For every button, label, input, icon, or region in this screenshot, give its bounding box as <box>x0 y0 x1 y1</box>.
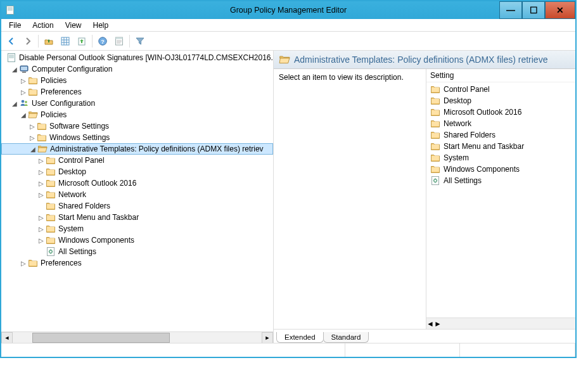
setting-label: All Settings <box>444 176 482 185</box>
scroll-left-button[interactable]: ◄ <box>426 319 434 328</box>
tree-cc-policies[interactable]: ▷ Policies <box>1 75 273 86</box>
setting-item[interactable]: System <box>426 152 575 164</box>
expand-icon[interactable]: ▷ <box>28 134 37 141</box>
setting-label: Network <box>444 119 471 128</box>
toolbar-separator <box>38 35 39 48</box>
folder-open-icon <box>279 54 290 65</box>
setting-item[interactable]: Shared Folders <box>426 129 575 141</box>
setting-item[interactable]: Microsoft Outlook 2016 <box>426 106 575 118</box>
setting-item[interactable]: Desktop <box>426 95 575 106</box>
back-button[interactable] <box>4 34 19 49</box>
export-button[interactable] <box>74 34 89 49</box>
scroll-track[interactable] <box>13 333 262 343</box>
tree-cc-prefs[interactable]: ▷ Preferences <box>1 86 273 98</box>
tree-item-label: Network <box>58 190 86 199</box>
forward-button[interactable] <box>20 34 35 49</box>
filter-button[interactable] <box>132 34 148 49</box>
show-hide-tree-button[interactable] <box>58 34 73 49</box>
expand-icon[interactable]: ▷ <box>37 169 46 176</box>
scroll-thumb[interactable] <box>32 333 169 343</box>
folder-icon <box>37 132 47 143</box>
tree-item[interactable]: ▷Microsoft Outlook 2016 <box>1 177 273 189</box>
tree-item[interactable]: ▷Network <box>1 189 273 200</box>
collapse-icon[interactable]: ◢ <box>10 100 19 107</box>
expand-icon[interactable]: ▷ <box>37 237 46 244</box>
setting-item[interactable]: Start Menu and Taskbar <box>426 141 575 152</box>
expand-icon[interactable]: ▷ <box>37 226 46 233</box>
expand-icon[interactable]: ▷ <box>19 77 28 84</box>
menu-file[interactable]: File <box>4 20 26 31</box>
settings-hscrollbar[interactable]: ◄ ► <box>426 317 575 329</box>
setting-item[interactable]: Control Panel <box>426 84 575 95</box>
status-cell <box>460 343 575 357</box>
expand-icon[interactable]: ▷ <box>28 123 37 130</box>
statusbar <box>1 343 575 357</box>
expand-icon[interactable]: ▷ <box>19 260 28 267</box>
tree-uc-policies[interactable]: ◢ Policies <box>1 109 273 120</box>
folder-open-icon <box>37 144 48 154</box>
tree-root[interactable]: ▷ Disable Personal Outlook Signatures [W… <box>1 52 273 63</box>
tree-item[interactable]: ▷Windows Components <box>1 234 273 246</box>
settings-list[interactable]: Control PanelDesktopMicrosoft Outlook 20… <box>426 82 575 317</box>
folder-icon <box>430 96 440 106</box>
settings-column-header[interactable]: Setting <box>426 69 575 82</box>
toolbar <box>1 32 575 51</box>
tree-item[interactable]: ▷System <box>1 223 273 234</box>
collapse-icon[interactable]: ◢ <box>19 112 28 119</box>
menu-help[interactable]: Help <box>88 20 114 31</box>
settings-icon <box>430 176 440 186</box>
toolbar-separator <box>129 35 130 48</box>
tree-uc-software[interactable]: ▷ Software Settings <box>1 120 273 132</box>
tree-uc-prefs[interactable]: ▷ Preferences <box>1 257 273 269</box>
tree-item[interactable]: ▷Control Panel <box>1 155 273 166</box>
tree-item[interactable]: ▷Start Menu and Taskbar <box>1 212 273 223</box>
setting-item[interactable]: All Settings <box>426 175 575 186</box>
tree-item-label: Microsoft Outlook 2016 <box>58 179 136 188</box>
policy-tree[interactable]: ▷ Disable Personal Outlook Signatures [W… <box>1 51 273 331</box>
scroll-left-button[interactable]: ◄ <box>1 332 13 343</box>
scroll-right-button[interactable]: ► <box>434 319 442 328</box>
tree-uc-admin-templates[interactable]: ◢ Administrative Templates: Policy defin… <box>1 143 273 155</box>
setting-label: Start Menu and Taskbar <box>444 142 524 151</box>
folder-icon <box>46 212 56 222</box>
tree-user-config[interactable]: ◢ User Configuration <box>1 98 273 109</box>
expand-icon[interactable]: ▷ <box>37 157 46 164</box>
tree-uc-windows[interactable]: ▷ Windows Settings <box>1 132 273 143</box>
folder-icon <box>430 130 440 140</box>
folder-open-icon <box>28 110 38 120</box>
properties-button[interactable] <box>112 34 127 49</box>
expand-icon[interactable]: ▷ <box>37 191 46 198</box>
menu-view[interactable]: View <box>60 20 87 31</box>
titlebar[interactable]: Group Policy Management Editor — ☐ ✕ <box>1 1 575 19</box>
scroll-right-button[interactable]: ► <box>262 332 273 343</box>
help-button[interactable] <box>95 34 110 49</box>
setting-label: Microsoft Outlook 2016 <box>444 108 521 117</box>
tree-computer-config[interactable]: ◢ Computer Configuration <box>1 63 273 75</box>
tab-extended[interactable]: Extended <box>276 332 324 343</box>
setting-label: Desktop <box>444 96 471 105</box>
setting-label: Control Panel <box>444 85 490 94</box>
tree-item-label: Shared Folders <box>58 202 110 210</box>
setting-item[interactable]: Network <box>426 118 575 129</box>
tree-item[interactable]: ▷Shared Folders <box>1 200 273 212</box>
folder-icon <box>28 87 38 97</box>
setting-item[interactable]: Windows Components <box>426 164 575 175</box>
up-button[interactable] <box>41 34 56 49</box>
expand-icon[interactable]: ▷ <box>19 89 28 96</box>
collapse-icon[interactable]: ◢ <box>10 66 19 73</box>
tree-item[interactable]: ▷All Settings <box>1 246 273 257</box>
app-window: Group Policy Management Editor — ☐ ✕ Fil… <box>0 0 577 358</box>
description-column: Select an item to view its description. <box>274 69 426 329</box>
tree-item[interactable]: ▷Desktop <box>1 166 273 177</box>
menu-action[interactable]: Action <box>27 20 58 31</box>
folder-icon <box>46 167 56 177</box>
expand-icon[interactable]: ▷ <box>37 214 46 221</box>
folder-icon <box>430 153 440 163</box>
expand-icon[interactable]: ▷ <box>37 180 46 187</box>
tab-standard[interactable]: Standard <box>323 332 369 343</box>
details-header: Administrative Templates: Policy definit… <box>274 51 575 69</box>
tree-hscrollbar[interactable]: ◄ ► <box>1 331 273 343</box>
user-icon <box>19 98 29 108</box>
collapse-icon[interactable]: ◢ <box>29 146 37 153</box>
tree-item-label: System <box>58 224 84 233</box>
